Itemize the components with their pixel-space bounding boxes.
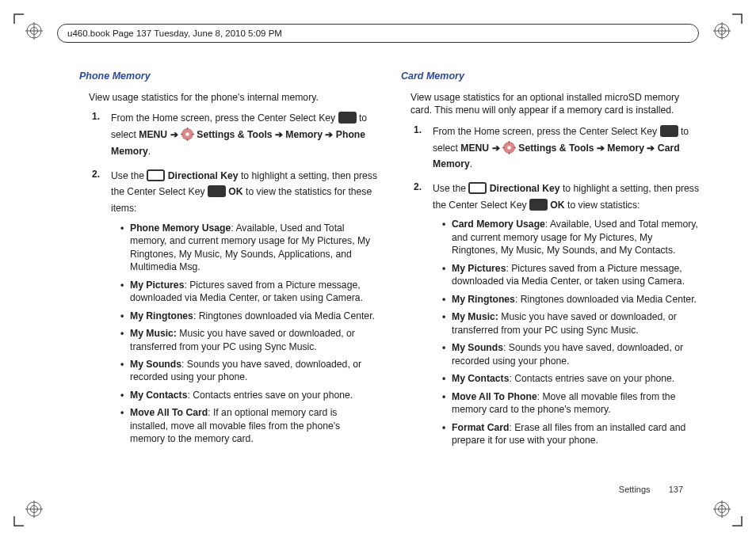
bullet-my-pictures: My Pictures: Pictures saved from a Pictu… <box>120 279 377 305</box>
center-select-key-icon <box>529 199 548 211</box>
bullet-my-sounds: My Sounds: Sounds you have saved, downlo… <box>442 341 699 367</box>
center-select-key-icon <box>208 185 226 197</box>
bullet-my-music: My Music: Music you have saved or downlo… <box>442 310 699 337</box>
column-phone-memory: Phone Memory View usage statistics for t… <box>79 70 377 496</box>
intro-card: View usage statistics for an optional in… <box>401 91 699 117</box>
step-1-card: 1. From the Home screen, press the Cente… <box>418 124 699 173</box>
svg-point-15 <box>507 146 510 149</box>
crop-mark-br <box>732 516 751 535</box>
directional-key-icon <box>468 182 487 194</box>
footer-page-number: 137 <box>669 485 683 494</box>
registration-mark-br <box>713 500 731 518</box>
bullet-my-music: My Music: Music you have saved or downlo… <box>120 327 377 353</box>
bullet-move-all-phone: Move All To Phone: Move all movable file… <box>442 390 699 416</box>
page-content: Phone Memory View usage statistics for t… <box>79 70 699 496</box>
book-header-text: u460.book Page 137 Tuesday, June 8, 2010… <box>67 29 282 38</box>
crop-mark-tl <box>5 5 24 24</box>
directional-key-icon <box>147 169 165 181</box>
bullet-move-all-card: Move All To Card: If an optional memory … <box>120 406 377 445</box>
crop-mark-tr <box>732 5 751 24</box>
bullet-phone-usage: Phone Memory Usage: Available, Used and … <box>120 222 377 274</box>
gear-icon <box>502 141 516 154</box>
bullet-my-contacts: My Contacts: Contacts entries save on yo… <box>442 372 699 385</box>
bullet-my-pictures: My Pictures: Pictures saved from a Pictu… <box>442 262 699 288</box>
column-card-memory: Card Memory View usage statistics for an… <box>401 70 699 496</box>
bullet-my-ringtones: My Ringtones: Ringtones downloaded via M… <box>120 310 377 322</box>
center-select-key-icon <box>338 112 357 124</box>
book-header: u460.book Page 137 Tuesday, June 8, 2010… <box>57 24 699 43</box>
gear-icon <box>181 127 194 141</box>
svg-point-9 <box>185 132 189 135</box>
crop-mark-bl <box>5 516 24 535</box>
registration-mark-bl <box>25 500 43 518</box>
bullet-card-usage: Card Memory Usage: Available, Used and T… <box>442 218 699 257</box>
registration-mark-tr <box>713 22 731 40</box>
registration-mark-tl <box>25 22 43 40</box>
page-footer: Settings 137 <box>619 485 683 494</box>
bullet-my-sounds: My Sounds: Sounds you have saved, downlo… <box>120 358 377 384</box>
center-select-key-icon <box>660 125 678 137</box>
bullet-my-contacts: My Contacts: Contacts entries save on yo… <box>120 389 377 401</box>
bullet-my-ringtones: My Ringtones: Ringtones downloaded via M… <box>442 293 699 306</box>
footer-section: Settings <box>619 485 651 494</box>
bullet-format-card: Format Card: Erase all files from an ins… <box>442 421 699 447</box>
section-title-phone: Phone Memory <box>79 70 377 83</box>
step-2-phone: 2. Use the Directional Key to highlight … <box>97 168 377 446</box>
step-1-phone: 1. From the Home screen, press the Cente… <box>97 110 377 159</box>
section-title-card: Card Memory <box>401 70 699 83</box>
intro-phone: View usage statistics for the phone's in… <box>79 91 377 104</box>
step-2-card: 2. Use the Directional Key to highlight … <box>418 181 699 447</box>
